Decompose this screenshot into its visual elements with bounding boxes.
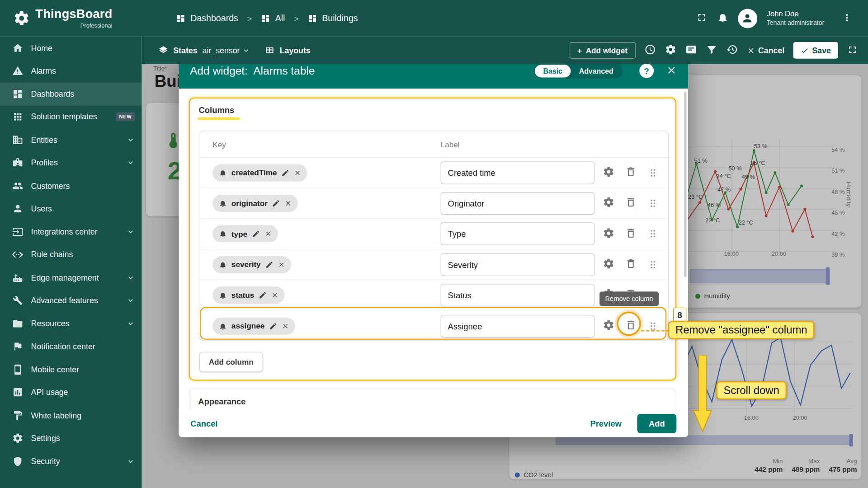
more-menu-icon[interactable] (841, 12, 852, 24)
avatar[interactable] (738, 9, 757, 28)
key-chip[interactable]: createdTime (212, 164, 307, 181)
state-select[interactable]: air_sensor (203, 46, 250, 55)
dialog-cancel-button[interactable]: Cancel (190, 418, 217, 428)
chevron-down-icon (242, 46, 250, 54)
key-chip[interactable]: assignee (212, 317, 295, 334)
sidebar-item-white-labeling[interactable]: White labeling (0, 404, 142, 427)
gear-icon (603, 197, 614, 208)
column-settings-button[interactable] (603, 166, 614, 179)
help-button[interactable]: ? (639, 64, 654, 78)
basic-mode-button[interactable]: Basic (535, 65, 571, 77)
sidebar-item-alarms[interactable]: Alarms (0, 60, 142, 83)
sidebar-item-entities[interactable]: Entities (0, 128, 142, 151)
key-chip[interactable]: status (212, 286, 284, 304)
version-control-icon[interactable] (726, 44, 738, 57)
sidebar-item-settings[interactable]: Settings (0, 427, 142, 450)
remove-key-icon[interactable] (285, 200, 292, 207)
remove-key-icon[interactable] (294, 169, 301, 176)
edit-icon[interactable] (269, 322, 277, 330)
breadcrumb-item[interactable]: Buildings (307, 13, 358, 23)
remove-key-icon[interactable] (278, 261, 285, 268)
key-chip[interactable]: originator (212, 195, 298, 212)
sidebar-item-customers[interactable]: Customers (0, 174, 142, 197)
column-label-input[interactable] (441, 192, 594, 215)
column-label-input[interactable] (441, 223, 594, 245)
key-chip[interactable]: severity (212, 256, 291, 273)
layouts-control[interactable]: Layouts (265, 45, 311, 55)
cancel-edit-button[interactable]: Cancel (746, 46, 784, 55)
column-settings-button[interactable] (603, 197, 614, 210)
delete-column-button[interactable] (625, 227, 637, 240)
column-row-status: status (199, 280, 668, 311)
add-widget-button[interactable]: + Add widget (570, 42, 635, 59)
column-settings-button[interactable] (603, 227, 614, 240)
dialog-scrollbar[interactable] (684, 92, 686, 277)
key-name: assignee (231, 322, 264, 331)
sidebar-item-label: White labeling (31, 411, 135, 420)
edit-icon[interactable] (252, 230, 260, 238)
sidebar-item-notification-center[interactable]: Notification center (0, 335, 142, 358)
remove-key-icon[interactable] (264, 230, 272, 238)
delete-column-button[interactable] (625, 166, 637, 179)
sidebar-item-label: Settings (31, 434, 135, 443)
entity-aliases-icon[interactable] (685, 44, 697, 57)
expand-toolbar-icon[interactable] (847, 44, 858, 56)
column-label-input[interactable] (441, 284, 594, 306)
save-button[interactable]: Save (793, 42, 838, 59)
advanced-mode-button[interactable]: Advanced (571, 65, 622, 77)
sidebar-item-edge-management[interactable]: Edge management (0, 266, 142, 289)
edit-icon[interactable] (265, 260, 273, 268)
layouts-label: Layouts (280, 46, 311, 55)
sidebar-item-home[interactable]: Home (0, 37, 142, 60)
sidebar-item-api-usage[interactable]: API usage (0, 381, 142, 404)
breadcrumb-item[interactable]: Dashboards (176, 13, 238, 23)
sidebar-item-integrations-center[interactable]: Integrations center (0, 220, 142, 243)
drag-handle-icon[interactable] (647, 258, 659, 270)
close-dialog-button[interactable] (666, 65, 677, 77)
drag-handle-icon[interactable] (647, 228, 659, 240)
sidebar-item-solution-templates[interactable]: Solution templatesNEW (0, 105, 142, 128)
column-settings-button[interactable] (603, 319, 614, 333)
delete-column-button[interactable] (625, 258, 637, 271)
key-chip[interactable]: type (212, 225, 278, 243)
states-control[interactable]: States air_sensor (158, 45, 250, 55)
sidebar-item-resources[interactable]: Resources (0, 312, 142, 335)
preview-button[interactable]: Preview (590, 418, 621, 428)
sidebar-item-advanced-features[interactable]: Advanced features (0, 289, 142, 312)
drag-handle-icon[interactable] (647, 197, 659, 209)
dialog-add-button[interactable]: Add (637, 413, 676, 433)
filters-icon[interactable] (706, 44, 717, 57)
chevron-down-icon (126, 136, 135, 145)
sidebar-item-mobile-center[interactable]: Mobile center (0, 358, 142, 381)
brand-subtitle: Professional (35, 22, 112, 28)
edit-icon[interactable] (281, 169, 289, 177)
delete-column-button[interactable] (625, 319, 637, 333)
column-row-assignee: assignee (199, 311, 668, 341)
dialog-footer: Cancel Preview Add (179, 409, 689, 437)
dashboard-settings-icon[interactable] (665, 44, 676, 57)
column-label-input[interactable] (441, 253, 594, 276)
add-column-button[interactable]: Add column (199, 352, 263, 372)
notifications-icon[interactable] (717, 12, 728, 25)
edit-icon[interactable] (259, 291, 267, 299)
edit-icon[interactable] (272, 199, 280, 207)
fullscreen-icon[interactable] (696, 12, 708, 25)
sidebar-item-rule-chains[interactable]: Rule chains (0, 243, 142, 266)
time-window-icon[interactable] (644, 44, 656, 57)
sidebar-item-security[interactable]: Security (0, 450, 142, 473)
remove-key-icon[interactable] (271, 291, 278, 299)
sidebar-item-dashboards[interactable]: Dashboards (0, 82, 142, 105)
trash-icon (625, 319, 637, 331)
sidebar-item-users[interactable]: Users (0, 197, 142, 221)
breadcrumb-item[interactable]: All (261, 13, 285, 23)
column-label-input[interactable] (441, 161, 594, 184)
key-name: type (231, 230, 247, 239)
drag-handle-icon[interactable] (647, 167, 659, 178)
remove-key-icon[interactable] (282, 322, 289, 329)
dots-vertical-icon (841, 12, 852, 23)
column-settings-button[interactable] (603, 258, 614, 271)
delete-column-button[interactable] (625, 197, 637, 210)
brand[interactable]: ThingsBoard Professional (0, 8, 142, 28)
sidebar-item-profiles[interactable]: Profiles (0, 151, 142, 174)
column-label-input[interactable] (441, 314, 594, 337)
